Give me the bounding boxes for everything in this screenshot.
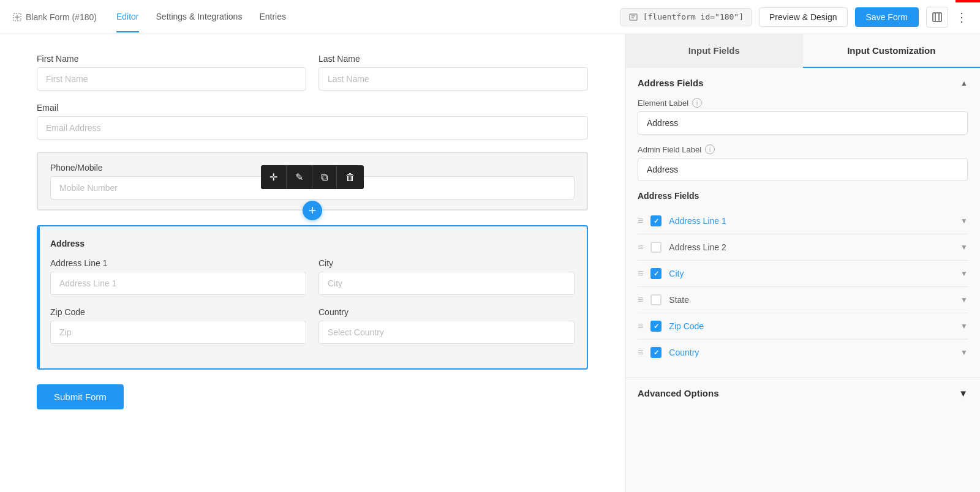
element-label-input[interactable] <box>638 111 968 135</box>
drag-handle-icon: ≡ <box>638 321 643 332</box>
save-button[interactable]: Save Form <box>855 7 919 27</box>
address-fields-list-title: Address Fields <box>638 191 968 201</box>
admin-field-label-info-icon: i <box>705 144 715 154</box>
more-options-button[interactable]: ⋮ <box>956 10 968 24</box>
preview-button[interactable]: Preview & Design <box>759 7 848 27</box>
last-name-group: Last Name <box>318 54 588 91</box>
email-group: Email <box>37 103 588 140</box>
element-label-group: Element Label i <box>638 98 968 135</box>
first-name-input[interactable] <box>37 67 306 91</box>
main-tabs: Editor Settings & Integrations Entries <box>116 2 286 32</box>
zip-input[interactable] <box>50 321 306 344</box>
field-checkbox-5[interactable] <box>650 347 662 358</box>
tab-settings[interactable]: Settings & Integrations <box>156 2 243 32</box>
address-field-item: ≡ Address Line 1 ▼ <box>638 208 968 234</box>
address-section-title: Address <box>50 239 575 248</box>
field-item-chevron-2[interactable]: ▼ <box>960 269 968 278</box>
main-layout: First Name Last Name Email Phone/Mobile <box>0 34 980 492</box>
tab-editor[interactable]: Editor <box>116 2 139 32</box>
phone-section: Phone/Mobile ✛ ✎ ⧉ 🗑 + <box>37 152 588 211</box>
add-field-bubble[interactable]: + <box>303 201 322 220</box>
address-row1: Address Line 1 City <box>50 258 575 295</box>
nav-right: [fluentform id="180"] Preview & Design S… <box>620 7 968 28</box>
admin-field-label-text: Admin Field Label <box>638 145 701 154</box>
field-item-name-3: State <box>669 295 953 305</box>
tab-input-fields[interactable]: Input Fields <box>625 34 803 68</box>
field-item-name-5: Country <box>669 348 953 357</box>
address-row2: Zip Code Country <box>50 307 575 344</box>
field-checkbox-1[interactable] <box>650 242 662 253</box>
tab-entries[interactable]: Entries <box>259 2 286 32</box>
element-label-text: Element Label <box>638 99 688 108</box>
element-label-label: Element Label i <box>638 98 968 108</box>
svg-rect-0 <box>630 14 637 20</box>
address-line1-group: Address Line 1 <box>50 258 306 295</box>
advanced-options-section[interactable]: Advanced Options ▼ <box>625 378 980 408</box>
address-line1-label: Address Line 1 <box>50 258 306 268</box>
field-item-chevron-4[interactable]: ▼ <box>960 322 968 330</box>
last-name-input[interactable] <box>318 67 588 91</box>
red-bar-decoration <box>956 0 980 2</box>
last-name-label: Last Name <box>318 54 588 64</box>
admin-field-label-label: Admin Field Label i <box>638 144 968 154</box>
admin-field-label-input[interactable] <box>638 158 968 181</box>
top-navigation: Blank Form (#180) Editor Settings & Inte… <box>0 0 980 34</box>
address-section: Address Address Line 1 City Zip Code <box>37 225 588 370</box>
right-panel: Input Fields Input Customization Address… <box>625 34 980 492</box>
address-field-item: ≡ Zip Code ▼ <box>638 313 968 340</box>
address-left-bar <box>38 226 40 368</box>
tab-input-customization[interactable]: Input Customization <box>803 34 981 68</box>
advanced-options-label: Advanced Options <box>638 388 719 398</box>
first-name-group: First Name <box>37 54 306 91</box>
submit-area: Submit Form <box>37 370 588 409</box>
address-line1-input[interactable] <box>50 272 306 295</box>
field-item-name-0: Address Line 1 <box>669 216 953 226</box>
submit-button[interactable]: Submit Form <box>37 384 124 409</box>
address-fields-header[interactable]: Address Fields ▲ <box>625 68 980 98</box>
drag-handle-icon: ≡ <box>638 215 643 226</box>
field-checkbox-0[interactable] <box>650 215 662 226</box>
panel-content: Address Fields ▲ Element Label i <box>625 68 980 492</box>
toolbar-delete-button[interactable]: 🗑 <box>337 166 364 189</box>
field-item-chevron-0[interactable]: ▼ <box>960 217 968 225</box>
panel-tabs: Input Fields Input Customization <box>625 34 980 68</box>
admin-field-label-group: Admin Field Label i <box>638 144 968 181</box>
first-name-label: First Name <box>37 54 306 64</box>
toolbar-copy-button[interactable]: ⧉ <box>312 166 337 189</box>
address-field-item: ≡ State ▼ <box>638 287 968 313</box>
advanced-options-chevron: ▼ <box>959 388 968 398</box>
field-checkbox-2[interactable] <box>650 268 662 279</box>
field-item-chevron-3[interactable]: ▼ <box>960 296 968 304</box>
field-checkbox-4[interactable] <box>650 321 662 332</box>
city-input[interactable] <box>318 272 575 295</box>
address-field-item: ≡ Address Line 2 ▼ <box>638 234 968 261</box>
address-fields-section: Address Fields ▲ Element Label i <box>625 68 980 378</box>
drag-handle-icon: ≡ <box>638 347 643 358</box>
email-label: Email <box>37 103 588 113</box>
email-input[interactable] <box>37 116 588 140</box>
brand-label: Blank Form (#180) <box>12 12 97 22</box>
field-item-chevron-1[interactable]: ▼ <box>960 243 968 252</box>
address-fields-list: ≡ Address Line 1 ▼ ≡ Address Line 2 ▼ ≡ … <box>638 208 968 365</box>
address-fields-chevron-up: ▲ <box>960 79 968 88</box>
country-group: Country <box>318 307 575 344</box>
address-fields-body: Element Label i Admin Field Label i <box>625 98 980 378</box>
name-row: First Name Last Name <box>37 54 588 91</box>
field-item-name-1: Address Line 2 <box>669 242 953 252</box>
email-row: Email <box>37 103 588 140</box>
shortcode-badge[interactable]: [fluentform id="180"] <box>620 8 752 26</box>
country-input[interactable] <box>318 321 575 344</box>
address-fields-section-title: Address Fields <box>638 78 704 88</box>
expand-button[interactable] <box>926 7 948 28</box>
svg-rect-1 <box>933 13 941 21</box>
field-item-name-4: Zip Code <box>669 321 953 331</box>
city-label: City <box>318 258 575 268</box>
field-item-chevron-5[interactable]: ▼ <box>960 348 968 357</box>
field-checkbox-3[interactable] <box>650 294 662 305</box>
form-canvas: First Name Last Name Email Phone/Mobile <box>0 34 625 492</box>
toolbar-edit-button[interactable]: ✎ <box>287 165 312 189</box>
country-label: Country <box>318 307 575 317</box>
shortcode-text: [fluentform id="180"] <box>643 12 744 21</box>
toolbar-add-button[interactable]: ✛ <box>261 165 287 189</box>
brand-title: Blank Form (#180) <box>26 12 97 22</box>
